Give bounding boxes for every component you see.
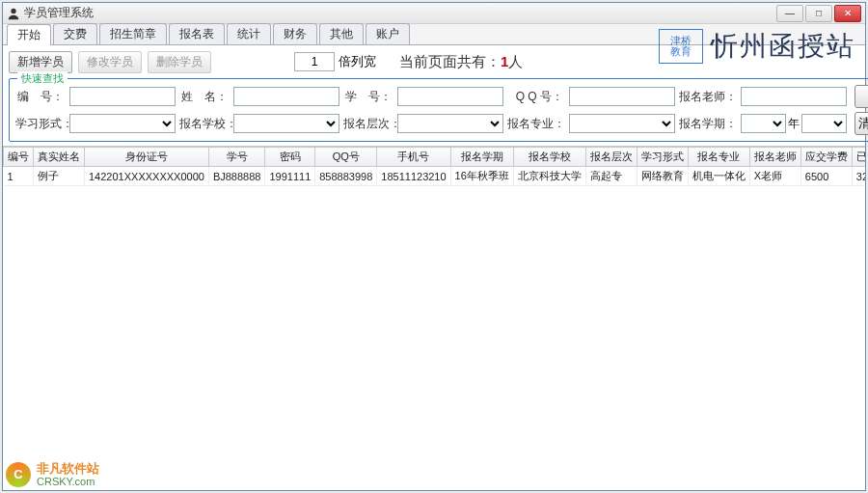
watermark-name: 非凡软件站: [37, 462, 99, 476]
label-id: 编 号：: [15, 89, 66, 105]
table-cell: 1: [4, 167, 34, 186]
select-period-term[interactable]: [801, 114, 847, 133]
table-header-row: 编号真实姓名身份证号学号密码QQ号手机号报名学期报名学校报名层次学习形式报名专业…: [4, 148, 866, 167]
table-cell: 18511123210: [377, 167, 450, 186]
table-cell: 858883998: [315, 167, 377, 186]
titlebar: 学员管理系统 — □ ✕: [3, 3, 865, 24]
svg-point-0: [11, 8, 15, 13]
label-name: 姓 名：: [179, 89, 230, 105]
tab-1[interactable]: 交费: [53, 23, 97, 44]
input-studentno[interactable]: [397, 87, 503, 106]
select-school[interactable]: [233, 114, 339, 133]
label-year-suffix: 年: [788, 116, 800, 132]
table-cell: X老师: [749, 167, 800, 186]
brand-site-name: 忻州函授站: [711, 28, 855, 65]
table-header-cell[interactable]: 报名层次: [585, 148, 637, 167]
table-cell: 机电一体化: [688, 167, 749, 186]
table-cell: BJ888888: [208, 167, 265, 186]
watermark-logo-icon: C: [6, 462, 31, 487]
input-teacher[interactable]: [741, 87, 847, 106]
column-width-control: 倍列宽: [294, 52, 376, 71]
column-width-input[interactable]: [294, 52, 335, 71]
clear-button[interactable]: 清除条件: [854, 112, 868, 135]
tab-0[interactable]: 开始: [7, 24, 51, 45]
table-row[interactable]: 1例子142201XXXXXXXX0000BJ88888819911118588…: [4, 167, 866, 186]
quick-search-title: 快速查找: [17, 71, 68, 86]
table-wrap[interactable]: 编号真实姓名身份证号学号密码QQ号手机号报名学期报名学校报名层次学习形式报名专业…: [3, 146, 865, 490]
select-period-year[interactable]: [741, 114, 786, 133]
column-width-label: 倍列宽: [339, 53, 376, 70]
table-header-cell[interactable]: 报名专业: [688, 148, 749, 167]
tab-4[interactable]: 统计: [227, 23, 271, 44]
table-cell: 3200: [852, 167, 865, 186]
watermark: C 非凡软件站 CRSKY.com: [6, 462, 99, 487]
window-title: 学员管理系统: [24, 5, 774, 21]
table-cell: 例子: [34, 167, 85, 186]
label-teacher: 报名老师：: [679, 89, 737, 105]
search-grid: 编 号： 姓 名： 学 号： Q Q 号： 报名老师： 查找 学习形式： 报名学…: [15, 85, 868, 135]
input-name[interactable]: [233, 87, 339, 106]
period-wrap: 年: [741, 114, 847, 133]
tab-6[interactable]: 其他: [319, 23, 364, 44]
label-period: 报名学期：: [679, 116, 737, 132]
edit-student-button[interactable]: 修改学员: [78, 51, 142, 73]
table-cell: 北京科技大学: [513, 167, 585, 186]
table-header-cell[interactable]: 编号: [4, 148, 34, 167]
app-icon: [7, 7, 20, 20]
minimize-button[interactable]: —: [776, 5, 803, 22]
app-window: 学员管理系统 — □ ✕ 开始交费招生简章报名表统计财务其他账户 新增学员 修改…: [2, 2, 866, 491]
table-body: 1例子142201XXXXXXXX0000BJ88888819911118588…: [4, 167, 866, 186]
table-header-cell[interactable]: 学习形式: [637, 148, 688, 167]
quick-search-box: 快速查找 编 号： 姓 名： 学 号： Q Q 号： 报名老师： 查找 学习形式…: [9, 78, 868, 142]
label-school: 报名学校：: [179, 116, 230, 132]
table-header-cell[interactable]: 学号: [208, 148, 265, 167]
table-header-cell[interactable]: 应交学费: [800, 148, 852, 167]
window-controls: — □ ✕: [774, 5, 861, 22]
add-student-button[interactable]: 新增学员: [9, 51, 72, 73]
table-header-cell[interactable]: 报名老师: [749, 148, 800, 167]
brand-area: 津桥教育 忻州函授站: [659, 28, 855, 65]
tab-2[interactable]: 招生简章: [99, 23, 167, 44]
tab-3[interactable]: 报名表: [169, 23, 225, 44]
select-level[interactable]: [397, 114, 503, 133]
search-button[interactable]: 查找: [854, 85, 868, 108]
table-cell: 142201XXXXXXXX0000: [85, 167, 209, 186]
watermark-url: CRSKY.com: [37, 476, 99, 487]
student-table: 编号真实姓名身份证号学号密码QQ号手机号报名学期报名学校报名层次学习形式报名专业…: [3, 147, 865, 186]
input-qq[interactable]: [569, 87, 675, 106]
select-study-type[interactable]: [69, 114, 176, 133]
tab-5[interactable]: 财务: [273, 23, 317, 44]
page-count: 当前页面共有：1人: [399, 53, 523, 71]
delete-student-button[interactable]: 删除学员: [148, 51, 211, 73]
input-id[interactable]: [69, 87, 176, 106]
table-cell: 高起专: [585, 167, 637, 186]
table-header-cell[interactable]: 报名学期: [450, 148, 513, 167]
table-header-cell[interactable]: 报名学校: [513, 148, 585, 167]
table-header-cell[interactable]: 已交学费: [852, 148, 865, 167]
table-cell: 1991111: [265, 167, 315, 186]
table-header-cell[interactable]: QQ号: [315, 148, 377, 167]
table-header-cell[interactable]: 手机号: [377, 148, 450, 167]
table-header-cell[interactable]: 密码: [265, 148, 315, 167]
label-studentno: 学 号：: [343, 89, 393, 105]
table-header-cell[interactable]: 身份证号: [85, 148, 209, 167]
label-major: 报名专业：: [507, 116, 565, 132]
label-level: 报名层次：: [343, 116, 393, 132]
table-cell: 网络教育: [637, 167, 688, 186]
table-cell: 6500: [800, 167, 852, 186]
label-qq: Q Q 号：: [507, 89, 565, 105]
select-major[interactable]: [569, 114, 675, 133]
label-study-type: 学习形式：: [15, 116, 66, 132]
brand-logo: 津桥教育: [659, 29, 703, 64]
page-count-suffix: 人: [508, 53, 523, 69]
page-count-prefix: 当前页面共有：: [399, 53, 501, 69]
close-button[interactable]: ✕: [834, 5, 861, 22]
tab-7[interactable]: 账户: [366, 23, 410, 44]
maximize-button[interactable]: □: [805, 5, 832, 22]
table-cell: 16年秋季班: [450, 167, 513, 186]
table-header-cell[interactable]: 真实姓名: [34, 148, 85, 167]
